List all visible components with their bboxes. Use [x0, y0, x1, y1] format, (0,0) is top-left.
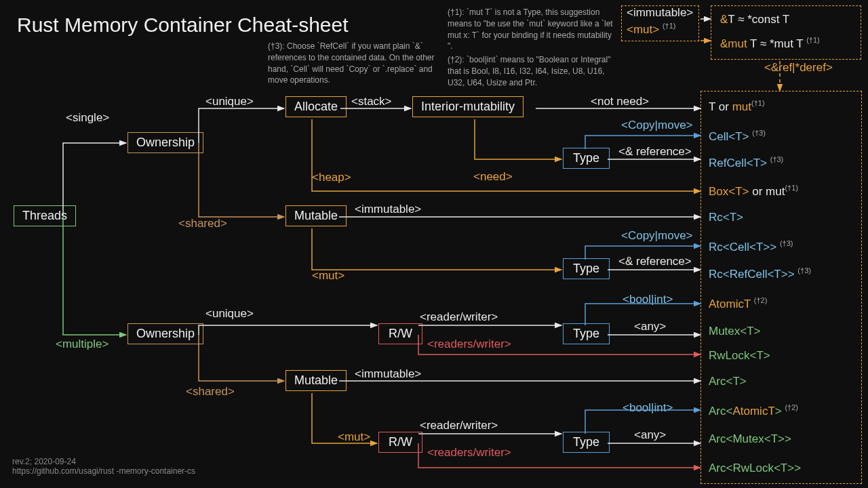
lbl-ref-1: <& reference> [618, 145, 692, 159]
lbl-topbox-immutable: <immutable> [627, 6, 693, 20]
lbl-any-2: <any> [634, 428, 666, 442]
note-t3: (†3): Choose `RefCell` if you want plain… [268, 41, 437, 86]
node-type-3: Type [563, 323, 610, 344]
revision-footer: rev.2; 2020-09-24 https://github.com/usa… [12, 457, 195, 476]
lbl-mut-2: <mut> [338, 430, 370, 444]
page-title: Rust Memory Container Cheat-sheet [17, 14, 349, 37]
lbl-boolint-1: <bool|int> [623, 293, 673, 306]
lbl-copymove-1: <Copy|move> [621, 119, 693, 132]
lbl-readerswriter-1: <readers/writer> [427, 338, 511, 351]
lbl-topbox-mut: <mut> (†1) [627, 22, 676, 37]
note-t2: (†2): `bool|int` means to "Boolean or In… [448, 54, 617, 88]
dash-results [701, 91, 862, 484]
lbl-mut-1: <mut> [312, 269, 344, 283]
lbl-any-1: <any> [634, 320, 666, 333]
lbl-refderef: <&ref|*deref> [764, 61, 833, 75]
end-tormut: T or mut(†1) [709, 98, 765, 115]
node-mutable-2: Mutable [285, 370, 347, 391]
end-arcmutex: Arc<Mutex<T>> [709, 432, 791, 447]
end-mutex: Mutex<T> [709, 324, 761, 339]
lbl-copymove-2: <Copy|move> [621, 229, 693, 243]
end-rccell: Rc<Cell<T>> (†3) [709, 239, 793, 255]
lbl-notneed: <not need> [591, 95, 649, 108]
end-constT: &&T ≈ *const TT ≈ *const T [720, 12, 789, 27]
node-allocate: Allocate [285, 96, 347, 117]
end-box: Box<T> or mut(†1) [709, 183, 798, 199]
node-ownership-2: Ownership [127, 323, 203, 344]
node-interior: Interior-mutability [412, 96, 524, 117]
node-rw-2: R/W [378, 432, 422, 453]
lbl-readerwriter-1: <reader/writer> [420, 310, 498, 324]
node-mutable-1: Mutable [285, 205, 347, 226]
node-rw-1: R/W [378, 323, 422, 344]
lbl-boolint-2: <bool|int> [623, 401, 673, 415]
lbl-ref-2: <& reference> [618, 255, 692, 268]
end-atomict: AtomicT (†2) [709, 296, 767, 312]
end-mutT: &mut T ≈ *mut T (†1) [720, 35, 820, 52]
lbl-immutable-2: <immutable> [355, 367, 421, 381]
lbl-immutable-1: <immutable> [355, 203, 421, 216]
lbl-single: <single> [66, 111, 109, 125]
lbl-need: <need> [473, 170, 513, 184]
lbl-shared-1: <shared> [178, 217, 227, 230]
node-ownership-1: Ownership [127, 132, 203, 153]
end-arcatomic: Arc<AtomicT> (†2) [709, 403, 798, 419]
end-rwlock: RwLock<T> [709, 348, 770, 363]
end-rc: Rc<T> [709, 210, 743, 225]
lbl-unique-1: <unique> [205, 95, 254, 108]
end-cell: Cell<T> (†3) [709, 128, 766, 144]
end-rcrefcell: Rc<RefCell<T>> (†3) [709, 266, 811, 282]
note-t1: (†1): `mut T` is not a Type, this sugges… [448, 7, 617, 52]
node-type-2: Type [563, 258, 610, 279]
lbl-unique-2: <unique> [205, 307, 254, 321]
lbl-readerwriter-2: <reader/writer> [420, 419, 498, 432]
node-type-1: Type [563, 148, 610, 169]
lbl-heap: <heap> [312, 171, 351, 184]
node-type-4: Type [563, 432, 610, 453]
lbl-multiple: <multiple> [56, 338, 108, 351]
end-arcrwlock: Arc<RwLock<T>> [709, 461, 801, 476]
end-arc: Arc<T> [709, 374, 747, 389]
lbl-shared-2: <shared> [186, 385, 235, 399]
node-threads: Threads [14, 205, 76, 226]
lbl-readerswriter-2: <readers/writer> [427, 446, 511, 460]
end-refcell: RefCell<T> (†3) [709, 155, 783, 171]
lbl-stack: <stack> [351, 95, 392, 108]
